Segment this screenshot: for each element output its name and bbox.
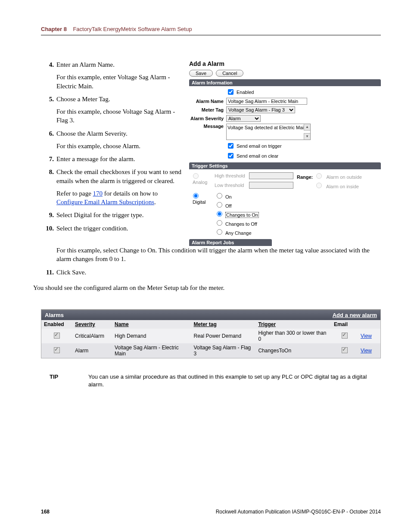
message-textarea[interactable]: Voltage Sag detected at Electric Main. ▲… <box>226 124 311 140</box>
enabled-checkbox-icon <box>54 347 60 353</box>
publication-info: Rockwell Automation Publication IASIMP-Q… <box>216 509 381 515</box>
alarms-title: Alarms <box>45 312 64 318</box>
header-rule <box>41 35 381 35</box>
config-email-link[interactable]: Configure Email Alarm Subscriptions <box>56 199 154 205</box>
meter-tag-label: Meter Tag <box>189 107 226 112</box>
cell-tag: Voltage Sag Alarm - Flag 3 <box>191 343 255 358</box>
alarm-severity-select[interactable]: Alarm <box>226 115 261 122</box>
step-text: Choose a Meter Tag. For this example, ch… <box>56 95 181 125</box>
view-link[interactable]: View <box>361 348 372 354</box>
enabled-label: Enabled <box>237 90 254 95</box>
analog-label: Analog <box>193 180 207 185</box>
cell-severity: Alarm <box>72 343 112 358</box>
step-number: 11. <box>41 268 56 277</box>
chapter-title: FactoryTalk EnergyMetrix Software Alarm … <box>73 26 192 32</box>
cancel-button[interactable]: Cancel <box>216 70 243 77</box>
col-trigger[interactable]: Trigger <box>255 320 331 329</box>
email-clear-checkbox[interactable] <box>228 153 234 159</box>
col-meter-tag[interactable]: Meter tag <box>191 320 255 329</box>
changes-to-off-radio[interactable] <box>217 220 222 226</box>
step-main: Enter an Alarm Name. <box>56 61 115 68</box>
off-label: Off <box>225 203 231 208</box>
step-main: Check the email checkboxes if you want t… <box>56 168 181 184</box>
alarm-severity-label: Alarm Severity <box>189 116 226 121</box>
page-link[interactable]: 170 <box>93 190 103 197</box>
digital-label: Digital <box>193 199 206 205</box>
message-value: Voltage Sag detected at Electric Main. <box>227 125 308 130</box>
alarm-name-input[interactable] <box>226 98 307 105</box>
post-steps-text: You should see the configured alarm on t… <box>33 284 224 291</box>
add-alarm-panel: Add a Alarm Save Cancel Alarm Informatio… <box>189 60 381 246</box>
low-threshold-label: Low threshold <box>215 183 249 188</box>
changes-to-on-radio[interactable] <box>217 211 222 217</box>
chapter-header: Chapter 8 FactoryTalk EnergyMetrix Softw… <box>41 26 381 32</box>
enabled-checkbox[interactable] <box>228 89 234 95</box>
email-trigger-checkbox[interactable] <box>228 143 234 149</box>
email-checkbox-icon <box>342 333 348 339</box>
cell-trigger: ChangesToOn <box>255 343 331 358</box>
step10-sub: For this example, select Change to On. T… <box>56 247 370 262</box>
changes-to-on-label: Changes to On <box>225 212 259 218</box>
on-radio[interactable] <box>217 193 222 199</box>
table-row: CriticalAlarm High Demand Real Power Dem… <box>41 329 380 343</box>
step-sub: For this example, choose Voltage Sag Ala… <box>56 107 181 125</box>
message-label: Message <box>189 124 226 129</box>
step-sub-mid: for details on how to <box>103 190 158 197</box>
cell-name: High Demand <box>112 329 191 343</box>
step-number: 10. <box>41 224 56 233</box>
tip-label: TIP <box>41 373 88 388</box>
changes-to-off-label: Changes to Off <box>225 221 257 227</box>
tip-text: You can use a similar procedure as that … <box>88 373 381 388</box>
scroll-down-icon[interactable]: ▼ <box>304 133 310 140</box>
col-enabled[interactable]: Enabled <box>41 320 72 329</box>
tip-block: TIP You can use a similar procedure as t… <box>41 373 381 388</box>
alarm-inside-label: Alarm on inside <box>326 184 359 189</box>
off-radio[interactable] <box>217 202 222 208</box>
meter-tag-select[interactable]: Voltage Sag Alarm - Flag 3 <box>226 106 295 113</box>
email-clear-label: Send email on clear <box>237 153 278 159</box>
digital-radio[interactable] <box>193 193 199 199</box>
step-text: Select the trigger condition. <box>56 224 181 233</box>
cell-trigger: Higher than 300 or lower than 0 <box>255 329 331 343</box>
step-main: Select Digital for the trigger type. <box>56 212 143 218</box>
step-sub: For this example, choose Alarm. <box>56 142 181 150</box>
cell-name: Voltage Sag Alarm - Electric Main <box>112 343 191 358</box>
chapter-number: Chapter 8 <box>41 26 67 32</box>
step-text: Choose the Alarm Severity. For this exam… <box>56 129 181 151</box>
low-threshold-input <box>249 182 293 189</box>
analog-radio[interactable] <box>193 173 199 179</box>
cell-tag: Real Power Demand <box>191 329 255 343</box>
scroll-up-icon[interactable]: ▲ <box>304 124 310 131</box>
high-threshold-input <box>249 172 293 179</box>
alarm-report-jobs-section: Alarm Report Jobs <box>189 239 272 246</box>
panel-title: Add a Alarm <box>189 60 381 67</box>
trigger-settings-section: Trigger Settings <box>189 162 381 169</box>
step-text: Enter an Alarm Name. For this example, e… <box>56 60 181 90</box>
step-sub-pre: Refer to page <box>56 190 93 197</box>
on-label: On <box>225 194 232 199</box>
table-row: Alarm Voltage Sag Alarm - Electric Main … <box>41 343 380 358</box>
step-number: 7. <box>41 155 56 163</box>
step-main: Choose a Meter Tag. <box>56 96 110 103</box>
page-number: 168 <box>41 509 50 515</box>
step-sub: Refer to page 170 for details on how to … <box>56 189 181 207</box>
step-number: 9. <box>41 211 56 219</box>
email-trigger-label: Send email on trigger <box>237 143 282 149</box>
step-text: Click Save. <box>56 268 381 277</box>
alarm-outside-radio <box>316 173 322 179</box>
any-change-radio[interactable] <box>217 229 222 235</box>
col-name[interactable]: Name <box>112 320 191 329</box>
step-main: Click Save. <box>56 269 86 276</box>
email-checkbox-icon <box>342 347 348 353</box>
save-button[interactable]: Save <box>189 70 213 77</box>
step-text: Select Digital for the trigger type. <box>56 211 181 219</box>
any-change-label: Any Change <box>225 230 252 236</box>
add-new-alarm-link[interactable]: Add a new alarm <box>333 312 377 318</box>
col-severity[interactable]: Severity <box>72 320 112 329</box>
step-main: Enter a message for the alarm. <box>56 156 135 162</box>
step-text: Check the email checkboxes if you want t… <box>56 168 181 206</box>
step-sub: For this example, enter Voltage Sag Alar… <box>56 73 181 90</box>
col-email[interactable]: Email <box>331 320 358 329</box>
alarm-outside-label: Alarm on outside <box>326 174 362 180</box>
view-link[interactable]: View <box>361 333 372 339</box>
